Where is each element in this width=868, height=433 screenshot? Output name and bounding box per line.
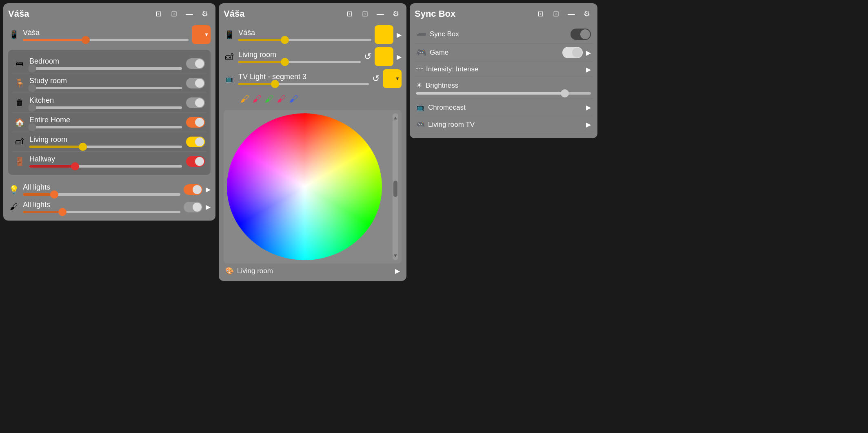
color-wheel-scrollbar: ▲ ▼ (393, 113, 398, 260)
paint-icon-5[interactable]: 🖌 (289, 94, 298, 104)
bedroom-toggle[interactable] (186, 58, 205, 69)
vasa-color-badge[interactable]: ▼ (192, 25, 211, 44)
panel-1-camera2-icon[interactable]: ⊡ (168, 8, 180, 20)
p2-vasa-fill (238, 39, 285, 41)
paint-icon-3[interactable]: 🖌 (264, 94, 273, 104)
livingroomtv-text: Living room TV (428, 121, 475, 129)
p2-tvlight-slider-container: TV Light - segment 3 (238, 73, 369, 85)
intensity-chevron[interactable]: ▶ (586, 66, 591, 73)
studyroom-slider[interactable] (29, 87, 182, 89)
panel-2-camera2-icon[interactable]: ⊡ (359, 8, 371, 20)
p2-livingroom-badge[interactable] (375, 47, 393, 66)
kitchen-slider-container: Kitchen (29, 96, 182, 109)
p2-tvlight-badge[interactable]: ▼ (383, 69, 402, 88)
livingroomtv-row[interactable]: 🎮 Living room TV ▶ (415, 116, 593, 133)
p2-livingroom-chevron[interactable]: ▶ (397, 53, 402, 61)
entirehome-slider-container: Entire Home (29, 116, 182, 128)
alllights2-slider[interactable] (23, 211, 180, 213)
rooms-box: 🛏 Bedroom 🪑 Study room (8, 50, 211, 175)
chromecast-chevron[interactable]: ▶ (586, 104, 591, 111)
alllights1-toggle[interactable] (184, 184, 202, 195)
alllights1-slider[interactable] (23, 193, 180, 196)
hallway-slider[interactable] (29, 165, 182, 168)
p2-tvlight-thumb[interactable] (271, 80, 279, 88)
p2-tvlight-reset[interactable]: ↺ (372, 73, 380, 84)
alllights1-chevron[interactable]: ▶ (206, 186, 211, 193)
p2-livingroom-fill (238, 61, 285, 63)
p2-vasa-thumb[interactable] (281, 36, 289, 44)
kitchen-slider[interactable] (29, 106, 182, 109)
brightness-slider[interactable] (416, 92, 591, 95)
p2-livingroom-reset[interactable]: ↺ (364, 51, 371, 62)
alllights2-thumb[interactable] (58, 208, 67, 216)
p2-livingroom-slider[interactable] (238, 61, 361, 63)
scroll-up-arrow[interactable]: ▲ (393, 115, 398, 121)
livingroomtv-chevron[interactable]: ▶ (586, 121, 591, 128)
p2-bottom-chevron[interactable]: ▶ (395, 267, 400, 275)
livingroom1-slider[interactable] (29, 146, 182, 148)
panel-1-gear-icon[interactable]: ⚙ (199, 8, 211, 20)
syncbox-knob (580, 29, 590, 39)
kitchen-thumb[interactable] (28, 104, 36, 112)
p2-livingroom-thumb[interactable] (281, 58, 289, 66)
bedroom-thumb[interactable] (28, 64, 36, 73)
p2-livingroom-label: Living room (238, 51, 361, 59)
scroll-down-arrow[interactable]: ▼ (393, 253, 398, 258)
studyroom-thumb[interactable] (28, 84, 36, 92)
entirehome-slider[interactable] (29, 126, 182, 128)
vasa-icon: 📱 (8, 30, 20, 40)
alllights1-icon: 💡 (8, 185, 20, 194)
paint-icon-1[interactable]: 🖌 (240, 94, 249, 104)
panel-2-minimize-icon[interactable]: — (375, 8, 386, 20)
bedroom-slider[interactable] (29, 67, 182, 70)
panel-3-camera-icon[interactable]: ⊡ (535, 8, 546, 20)
color-wheel[interactable] (227, 113, 382, 260)
p2-vasa-row: 📱 Váša ▶ (224, 25, 402, 44)
panel-2-camera-icon[interactable]: ⊡ (344, 8, 355, 20)
p2-vasa-chevron[interactable]: ▶ (397, 31, 402, 39)
alllights2-chevron[interactable]: ▶ (206, 203, 211, 211)
vasa-slider-thumb[interactable] (82, 36, 90, 44)
p2-vasa-badge[interactable] (375, 25, 393, 44)
p2-livingroom-slider-container: Living room (238, 51, 361, 63)
p2-tvlight-slider[interactable] (238, 83, 369, 85)
studyroom-toggle[interactable] (186, 78, 205, 88)
intensity-label: 〰 Intensity: Intense (416, 65, 583, 73)
syncbox-toggle[interactable] (571, 29, 591, 40)
brightness-thumb[interactable] (561, 89, 569, 97)
game-toggle[interactable] (562, 47, 583, 58)
alllights2-toggle[interactable] (184, 202, 202, 212)
alllights1-thumb[interactable] (50, 190, 58, 199)
syncbox-text: Sync Box (430, 30, 459, 38)
p2-vasa-slider[interactable] (238, 39, 371, 41)
chromecast-row[interactable]: 📺 Chromecast ▶ (415, 99, 593, 116)
panel-3-gear-icon[interactable]: ⚙ (581, 8, 593, 20)
scroll-thumb[interactable] (393, 181, 397, 197)
kitchen-toggle[interactable] (186, 97, 205, 108)
livingroom1-fill (29, 146, 83, 148)
hallway-toggle[interactable] (186, 156, 205, 167)
vasa-slider-track[interactable] (23, 39, 189, 41)
entirehome-toggle[interactable] (186, 117, 205, 128)
paint-icon-2[interactable]: 🖌 (252, 94, 261, 104)
livingroom1-toggle[interactable] (186, 137, 205, 147)
hallway-thumb[interactable] (71, 162, 79, 170)
paint-icon-4[interactable]: 🖌 (277, 94, 286, 104)
livingroom1-thumb[interactable] (79, 143, 87, 151)
game-label: 🎮 Game (416, 48, 559, 57)
panel-2-gear-icon[interactable]: ⚙ (390, 8, 402, 20)
brightness-fill (416, 92, 565, 95)
panel-1-camera-icon[interactable]: ⊡ (153, 8, 164, 20)
intensity-text: Intensity: Intense (426, 65, 479, 73)
panel-3-minimize-icon[interactable]: — (566, 8, 577, 20)
entirehome-thumb[interactable] (28, 123, 36, 131)
game-chevron[interactable]: ▶ (586, 49, 591, 57)
game-text: Game (430, 49, 448, 57)
hallway-fill (29, 165, 75, 168)
panel-1-minimize-icon[interactable]: — (184, 8, 195, 20)
brightness-label: ☀ Brightness (416, 81, 591, 90)
panel-3-camera2-icon[interactable]: ⊡ (550, 8, 562, 20)
p2-bottom-row: 🎨 Living room ▶ (224, 263, 402, 276)
panel-3-header-icons: ⊡ ⊡ — ⚙ (535, 8, 593, 20)
color-wheel-container: ▲ ▼ (224, 110, 402, 263)
